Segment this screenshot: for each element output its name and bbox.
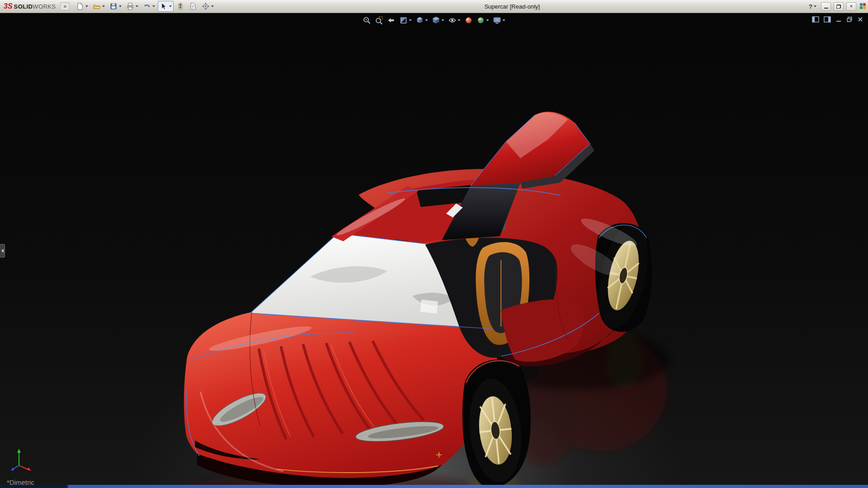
dropdown-caret[interactable] (425, 19, 428, 21)
new-document-icon (76, 2, 84, 10)
dropdown-caret[interactable] (409, 19, 412, 21)
feature-manager-collapse-tab[interactable] (0, 244, 5, 258)
pane-right-button[interactable] (824, 16, 831, 23)
apply-scene-sphere-icon (477, 16, 485, 24)
edit-appearance-sphere-icon (465, 16, 473, 24)
save-icon (109, 2, 118, 10)
close-icon: × (849, 4, 853, 9)
view-settings-icon (493, 16, 501, 24)
dropdown-caret[interactable] (85, 5, 88, 7)
dropdown-caret[interactable] (136, 5, 138, 7)
dropdown-caret[interactable] (486, 19, 489, 21)
open-folder-icon (93, 2, 101, 10)
dropdown-caret[interactable] (152, 5, 155, 7)
dropdown-caret[interactable] (119, 5, 122, 7)
brand-solid-text: SOLID (14, 3, 33, 10)
titlebar: 3S SOLIDWORKS » (0, 0, 868, 13)
select-button[interactable] (158, 1, 174, 12)
previous-view-icon (387, 16, 396, 24)
view-orientation-cube-icon (416, 16, 424, 24)
print-icon (126, 2, 134, 10)
triad-x-axis (27, 467, 31, 471)
undo-icon (143, 2, 151, 10)
minimize-icon (824, 8, 828, 9)
restore-icon (836, 5, 841, 9)
viewport-3d-scene[interactable] (0, 0, 868, 488)
dropdown-caret[interactable] (442, 19, 444, 21)
section-view-button[interactable] (399, 16, 413, 25)
view-settings-button[interactable] (492, 16, 506, 25)
section-view-icon (400, 16, 408, 24)
apply-scene-button[interactable] (476, 16, 490, 25)
solidworks-logo: 3S SOLIDWORKS (1, 2, 60, 10)
brand-works-text: WORKS (33, 3, 56, 10)
display-style-button[interactable] (431, 16, 445, 25)
zoom-to-area-icon (375, 16, 383, 24)
standard-toolbar (74, 1, 216, 12)
dropdown-caret[interactable] (102, 5, 105, 7)
help-button[interactable]: ? (807, 2, 818, 11)
restore-button[interactable] (834, 2, 844, 11)
previous-view-button[interactable] (387, 16, 396, 25)
options-gear-icon (202, 2, 210, 10)
triad-y-axis (17, 449, 21, 453)
zoom-to-fit-icon (363, 16, 371, 24)
doc-restore-button[interactable] (846, 16, 853, 23)
hide-show-eye-icon (448, 16, 457, 24)
view-orientation-button[interactable] (415, 16, 429, 25)
dropdown-caret[interactable] (814, 5, 816, 7)
window-title: Supercar [Read-only] (484, 0, 540, 13)
select-cursor-icon (160, 2, 168, 10)
dropdown-caret[interactable] (211, 5, 214, 7)
window-controls: ? × (807, 2, 867, 11)
minimize-button[interactable] (821, 2, 831, 11)
dropdown-caret[interactable] (503, 19, 505, 21)
heads-up-view-toolbar (359, 15, 509, 26)
rebuild-button[interactable] (175, 1, 186, 12)
hide-show-items-button[interactable] (448, 16, 462, 25)
menu-flyout-button[interactable]: » (60, 2, 70, 10)
orientation-triad (8, 446, 41, 478)
print-button[interactable] (124, 1, 140, 12)
doc-minimize-button[interactable] (835, 16, 842, 23)
undo-button[interactable] (141, 1, 157, 12)
options-button[interactable] (200, 1, 216, 12)
doc-close-button[interactable] (857, 16, 863, 23)
close-button[interactable]: × (846, 2, 856, 11)
rebuild-icon (176, 2, 184, 10)
display-style-icon (432, 16, 440, 24)
zoom-to-fit-button[interactable] (362, 16, 372, 25)
chevron-left-icon (1, 249, 4, 253)
edit-appearance-button[interactable] (464, 16, 474, 25)
brand-glyph: 3S (4, 2, 13, 10)
open-button[interactable] (91, 1, 107, 12)
dropdown-caret[interactable] (169, 5, 172, 7)
solidworks-window: 3S SOLIDWORKS » (0, 0, 868, 488)
triad-z-axis (11, 468, 14, 470)
taskbar-edge-strip (0, 485, 868, 488)
file-properties-button[interactable] (187, 1, 199, 12)
apps-grid-icon[interactable] (860, 3, 866, 9)
dropdown-caret[interactable] (458, 19, 461, 21)
pane-left-button[interactable] (812, 16, 819, 23)
zoom-to-area-button[interactable] (374, 16, 384, 25)
new-document-button[interactable] (74, 1, 90, 12)
save-button[interactable] (108, 1, 123, 12)
help-icon: ? (809, 3, 812, 10)
file-properties-icon (189, 2, 197, 10)
document-window-controls (812, 16, 863, 23)
